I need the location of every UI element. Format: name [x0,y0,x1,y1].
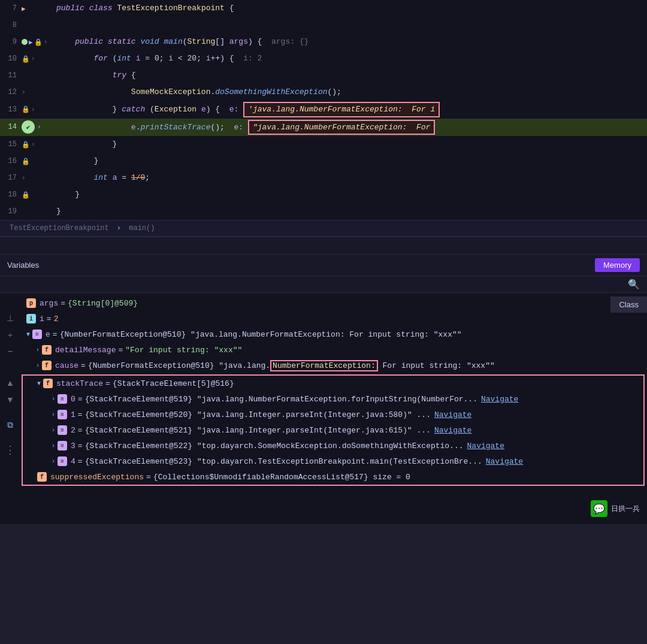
breadcrumb-class: TestExceptionBreakpoint [10,224,109,232]
nav-link-st0[interactable]: Navigate [481,395,518,404]
line-num-8: 8 [0,21,22,29]
var-val-i: 2 [54,315,59,323]
watermark: 💬 日拱一兵 [591,500,640,517]
exception-box-13: 'java.lang.NumberFormatException: For i [243,102,440,117]
code-9: public static void main(String[] args) {… [52,36,647,48]
var-val-cause: {NumberFormatException@510} "java.lang.N… [88,361,495,370]
line-num-18: 18 [0,191,22,199]
code-11: try { [52,69,647,81]
gutter-7: ▶ [22,5,52,13]
badge-i: i [26,314,36,323]
var-eq-st2: = [78,426,83,435]
var-val-args: {String[0]@509} [68,299,138,308]
nav-link-st1[interactable]: Navigate [434,410,471,419]
badge-stacktrace: f [43,379,53,388]
chevron-st3[interactable]: › [52,443,55,449]
scroll-down-btn[interactable]: ▼ [3,392,17,407]
search-icon-btn[interactable]: 🔍 [628,279,640,290]
class-button[interactable]: Class [610,297,647,313]
var-val-stacktrace: {StackTraceElement[5]@516} [113,379,234,388]
more-btn[interactable]: ⋮ [3,443,17,457]
var-eq-st0: = [78,395,83,404]
arrow-icon-7[interactable]: ▶ [22,5,26,13]
line-num-17: 17 [0,174,22,182]
line-num-13: 13 [0,105,22,114]
expand-9[interactable]: › [44,38,48,46]
add-watch-btn[interactable]: + [3,328,17,342]
badge-args: p [26,298,36,308]
badge-st2: ≡ [58,425,67,435]
chevron-e[interactable]: ▼ [26,331,30,338]
chevron-cause[interactable]: › [36,362,40,369]
var-row-st3: › ≡ 3 = {StackTraceElement@522} "top.day… [23,438,643,453]
scroll-up-btn[interactable]: ▲ [3,376,17,390]
lock-9: 🔒 [34,38,43,46]
expand-12[interactable]: › [22,89,26,96]
code-line-12: 12 › SomeMockException.doSomethingWithEx… [0,84,647,101]
remove-btn[interactable]: − [3,344,17,359]
var-row-st4: › ≡ 4 = {StackTraceElement@523} "top.day… [23,453,643,469]
chevron-st0[interactable]: › [52,396,55,403]
var-val-st2: {StackTraceElement@521} "java.lang.Integ… [85,426,431,435]
expand-17[interactable]: › [22,174,26,182]
code-line-10: 10 🔒 › for (int i = 0; i < 20; i++) { i:… [0,50,647,67]
line-num-12: 12 [0,88,22,96]
var-val-st1: {StackTraceElement@520} "java.lang.Integ… [85,410,431,419]
variables-panel-title: Variables [7,261,39,270]
nav-link-st3[interactable]: Navigate [467,442,504,451]
memory-button[interactable]: Memory [595,258,640,272]
var-val-e: {NumberFormatException@510} "java.lang.N… [60,330,462,339]
breadcrumb: TestExceptionBreakpoint › main() [0,220,647,236]
red-box-container: ▼ f stackTrace = {StackTraceElement[5]@5… [22,374,645,486]
chevron-9[interactable]: ▶ [29,38,33,46]
var-name-i: i [40,315,44,323]
code-line-18: 18 🔒 } [0,186,647,203]
var-eq-i: = [47,315,52,323]
var-eq-e: = [53,330,58,339]
chevron-stacktrace[interactable]: ▼ [37,380,41,387]
var-eq-args: = [61,299,65,308]
code-line-15: 15 🔒 › } [0,136,647,153]
gutter-10: 🔒 › [22,55,52,63]
breakpoint-9[interactable] [22,39,28,45]
var-name-detail: detailMessage [55,346,116,355]
nav-link-st4[interactable]: Navigate [486,457,523,466]
line-num-9: 9 [0,38,22,46]
var-name-cause: cause [55,361,78,370]
var-eq-st1: = [78,410,83,419]
gutter-9: ▶ 🔒 › [22,38,52,46]
var-name-args: args [40,299,58,308]
copy-btn[interactable]: ⧉ [3,418,17,432]
badge-st3: ≡ [58,441,67,451]
lock-16: 🔒 [22,158,30,165]
chevron-detail[interactable]: › [36,347,40,353]
line-num-15: 15 [0,140,22,149]
var-name-st0: 0 [71,395,75,404]
line-num-7: 7 [0,4,22,13]
var-val-st0: {StackTraceElement@519} "java.lang.Numbe… [85,395,477,404]
expand-14[interactable]: › [37,123,41,131]
line-num-16: 16 [0,157,22,165]
chevron-st1[interactable]: › [52,412,55,418]
var-val-suppressed: {Collections$UnmodifiableRandomAccessLis… [153,473,410,482]
watermark-text: 日拱一兵 [611,504,640,514]
chevron-st2[interactable]: › [52,427,55,434]
lock-10: 🔒 [22,55,30,63]
variables-panel: Variables Memory 🔍 Class ⊥ + − ▲ ▼ ⧉ ⋮ p… [0,255,647,524]
var-name-e: e [46,330,50,339]
var-row-i: i i = 2 [22,311,647,326]
code-13: } catch (Exception e) { e: 'java.lang.Nu… [52,102,647,117]
badge-e: ≡ [32,329,42,339]
code-line-7: 7 ▶ public class TestExceptionBreakpoint… [0,0,647,17]
code-line-16: 16 🔒 } [0,153,647,170]
gutter-17: › [22,174,52,182]
filter-btn[interactable]: ⊥ [3,311,17,325]
var-row-cause: › f cause = {NumberFormatException@510} … [22,358,647,373]
nav-link-st2[interactable]: Navigate [434,426,471,435]
chevron-st4[interactable]: › [52,458,55,465]
expand-13[interactable]: › [31,106,35,113]
badge-st4: ≡ [58,456,67,466]
expand-15[interactable]: › [31,141,35,148]
code-12: SomeMockException.doSomethingWithExcepti… [52,86,647,98]
expand-10[interactable]: › [31,55,35,62]
